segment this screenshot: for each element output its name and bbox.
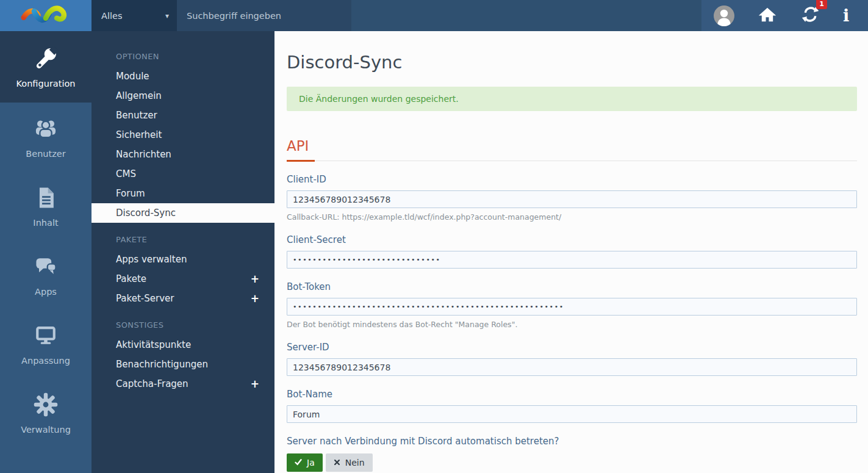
menu-item-cms[interactable]: CMS <box>91 164 274 184</box>
menu-item-label: CMS <box>116 168 136 179</box>
yes-button[interactable]: Ja <box>287 453 323 472</box>
top-bar: Alles ▾ <box>0 0 868 31</box>
users-icon <box>32 115 59 142</box>
menu-item-label: Pakete <box>116 273 146 284</box>
menu-item-label: Captcha-Fragen <box>116 378 188 389</box>
search-scope-label: Alles <box>101 11 122 21</box>
plus-icon[interactable]: + <box>251 274 259 284</box>
search-box <box>177 0 351 31</box>
menu-item-label: Benachrichtigungen <box>116 359 208 370</box>
menu-item-sicherheit[interactable]: Sicherheit <box>91 125 274 145</box>
sidebar-item-konfiguration[interactable]: Konfiguration <box>0 31 91 103</box>
home-button[interactable] <box>757 4 778 27</box>
info-icon: i <box>843 7 849 24</box>
no-button[interactable]: Nein <box>326 453 373 472</box>
menu-item-module[interactable]: Module <box>91 67 274 86</box>
sidebar-item-anpassung[interactable]: Anpassung <box>0 309 91 378</box>
menu-item-paket-server[interactable]: Paket-Server+ <box>91 289 274 308</box>
client-secret-label: Client-Secret <box>287 234 857 245</box>
options-menu: OPTIONEN Module Allgemein Benutzer Siche… <box>91 31 274 473</box>
system-update-button[interactable]: 1 <box>800 4 820 27</box>
client-secret-input[interactable] <box>287 251 857 269</box>
sidebar-item-label: Anpassung <box>21 356 70 366</box>
bot-token-help: Der Bot benötigt mindestens das Bot-Rech… <box>287 320 857 329</box>
menu-item-benachrichtigungen[interactable]: Benachrichtigungen <box>91 355 274 374</box>
menu-section-title: SONSTIGES <box>91 308 274 335</box>
menu-item-discord-sync[interactable]: Discord-Sync <box>91 203 274 223</box>
sidebar-item-apps[interactable]: Apps <box>0 240 91 309</box>
auto-join-toggle: Ja Nein <box>287 453 857 472</box>
sidebar-item-label: Apps <box>35 287 57 297</box>
desktop-icon <box>32 322 59 349</box>
menu-item-nachrichten[interactable]: Nachrichten <box>91 145 274 164</box>
bot-token-input[interactable] <box>287 298 857 316</box>
top-bar-actions: 1 i <box>701 0 868 31</box>
info-button[interactable]: i <box>843 7 849 24</box>
client-id-input[interactable] <box>287 190 857 208</box>
sidebar-item-label: Konfiguration <box>16 79 76 88</box>
server-id-label: Server-ID <box>287 342 857 353</box>
bot-token-label: Bot-Token <box>287 281 857 292</box>
field-client-secret: Client-Secret <box>287 234 857 269</box>
section-title-api: API <box>287 138 857 161</box>
sidebar-item-label: Verwaltung <box>21 425 71 435</box>
sidebar-item-label: Benutzer <box>26 149 65 159</box>
bot-name-label: Bot-Name <box>287 389 857 400</box>
field-bot-name: Bot-Name <box>287 389 857 423</box>
menu-item-label: Sicherheit <box>116 129 162 140</box>
client-id-label: Client-ID <box>287 174 857 185</box>
page-title: Discord-Sync <box>287 52 857 73</box>
home-icon <box>757 4 778 27</box>
wrench-icon <box>32 45 59 72</box>
content-area: Discord-Sync Die Änderungen wurden gespe… <box>274 31 868 473</box>
top-bar-spacer <box>351 0 701 31</box>
server-id-input[interactable] <box>287 358 857 376</box>
menu-item-forum[interactable]: Forum <box>91 184 274 203</box>
menu-item-pakete[interactable]: Pakete+ <box>91 269 274 289</box>
auto-join-label: Server nach Verbindung mit Discord autom… <box>287 436 857 447</box>
user-menu-button[interactable] <box>714 5 734 26</box>
menu-item-captcha-fragen[interactable]: Captcha-Fragen+ <box>91 374 274 394</box>
menu-section-title: OPTIONEN <box>91 40 274 67</box>
plus-icon[interactable]: + <box>251 294 259 304</box>
field-bot-token: Bot-Token Der Bot benötigt mindestens da… <box>287 281 857 329</box>
menu-item-label: Forum <box>116 188 145 199</box>
menu-item-label: Apps verwalten <box>116 254 187 265</box>
sidebar-item-inhalt[interactable]: Inhalt <box>0 172 91 240</box>
avatar <box>714 5 734 26</box>
menu-item-apps-verwalten[interactable]: Apps verwalten <box>91 250 274 269</box>
menu-section-title: PAKETE <box>91 223 274 250</box>
no-button-label: Nein <box>345 458 365 468</box>
main-sidebar: Konfiguration Benutzer <box>0 31 91 473</box>
menu-item-label: Allgemein <box>116 90 162 101</box>
menu-item-benutzer[interactable]: Benutzer <box>91 106 274 125</box>
file-icon <box>32 184 59 211</box>
x-icon <box>334 458 340 468</box>
logo-button[interactable] <box>0 0 91 31</box>
notification-badge: 1 <box>816 0 827 9</box>
sidebar-item-verwaltung[interactable]: Verwaltung <box>0 378 91 447</box>
sidebar-item-label: Inhalt <box>33 218 58 228</box>
menu-item-aktivitaetspunkte[interactable]: Aktivitätspunkte <box>91 335 274 355</box>
menu-item-allgemein[interactable]: Allgemein <box>91 86 274 106</box>
menu-item-label: Paket-Server <box>116 293 174 304</box>
acp-window: Alles ▾ <box>0 0 868 473</box>
success-message: Die Änderungen wurden gespeichert. <box>287 87 857 111</box>
woltlab-logo-icon <box>18 2 74 30</box>
chevron-down-icon: ▾ <box>165 12 169 20</box>
menu-item-label: Module <box>116 71 149 82</box>
gear-icon <box>32 391 59 418</box>
yes-button-label: Ja <box>307 458 315 468</box>
menu-item-label: Benutzer <box>116 110 157 121</box>
search-scope-dropdown[interactable]: Alles ▾ <box>91 0 177 31</box>
menu-item-label: Nachrichten <box>116 149 171 160</box>
menu-item-label: Discord-Sync <box>116 208 176 218</box>
field-client-id: Client-ID Callback-URL: https://example.… <box>287 174 857 222</box>
plus-icon[interactable]: + <box>251 379 259 389</box>
client-id-help: Callback-URL: https://example.tld/wcf/in… <box>287 212 857 222</box>
bot-name-input[interactable] <box>287 405 857 423</box>
sidebar-item-benutzer[interactable]: Benutzer <box>0 103 91 172</box>
comments-icon <box>32 253 59 280</box>
field-server-id: Server-ID <box>287 342 857 376</box>
search-input[interactable] <box>177 11 351 21</box>
